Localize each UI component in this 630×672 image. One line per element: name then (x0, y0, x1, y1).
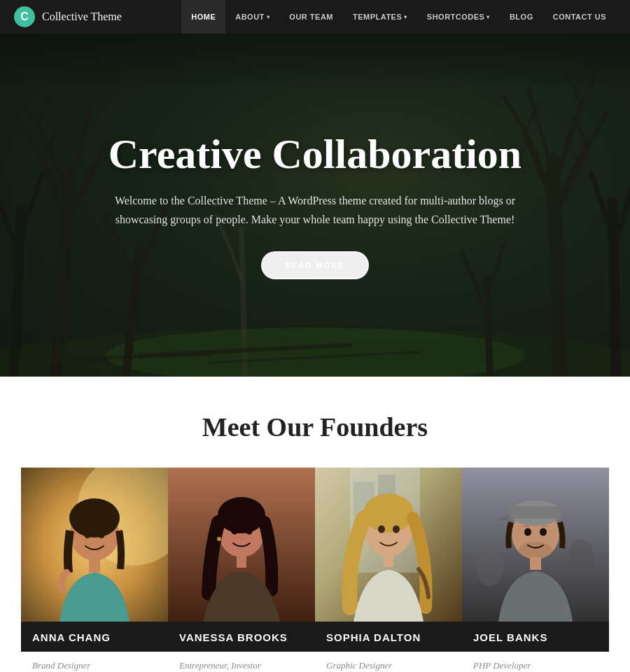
hero-section: Creative Collaboration Welcome to the Co… (0, 34, 630, 377)
svg-point-51 (218, 497, 265, 533)
founder-card-vanessa: VANESSA BROOKS Entrepreneur, Investor Th… (168, 468, 315, 672)
founder-name-bar-anna: ANNA CHANG (21, 622, 168, 652)
founder-info-joel: PHP Developer This is an example excerpt… (462, 652, 609, 672)
founder-photo-joel-image (462, 468, 609, 622)
founder-info-sophia: Graphic Designer This is an example exce… (315, 652, 462, 672)
svg-point-61 (363, 493, 414, 533)
founder-photo-sophia (315, 468, 462, 622)
nav-links: HOME ABOUT ▾ OUR TEAM TEMPLATES ▾ SHORTC… (181, 0, 616, 34)
svg-rect-52 (237, 555, 246, 568)
hero-read-more-button[interactable]: READ MORE (261, 251, 368, 279)
svg-line-10 (14, 97, 38, 125)
founder-name-bar-sophia: SOPHIA DALTON (315, 622, 462, 652)
founder-info-vanessa: Entrepreneur, Investor This is an exampl… (168, 652, 315, 672)
founder-name-bar-vanessa: VANESSA BROOKS (168, 622, 315, 652)
shortcodes-chevron-icon: ▾ (486, 14, 490, 20)
svg-rect-40 (0, 34, 630, 90)
svg-point-54 (246, 527, 253, 535)
nav-item-shortcodes[interactable]: SHORTCODES ▾ (417, 0, 500, 34)
svg-line-11 (38, 90, 52, 125)
svg-point-71 (519, 542, 552, 559)
svg-point-44 (69, 498, 120, 538)
founder-photo-vanessa-image (168, 468, 315, 622)
founder-card-anna: ANNA CHANG Brand Designer This is an exa… (21, 468, 168, 672)
founder-role-anna: Brand Designer (32, 660, 157, 671)
founders-section: Meet Our Founders (0, 377, 630, 672)
founder-photo-joel (462, 468, 609, 622)
nav-item-contact[interactable]: CONTACT US (543, 0, 616, 34)
nav-item-our-team[interactable]: OUR TEAM (279, 0, 343, 34)
about-chevron-icon: ▾ (267, 14, 270, 20)
brand-name: Collective Theme (42, 10, 122, 23)
navbar: C Collective Theme HOME ABOUT ▾ OUR TEAM… (0, 0, 630, 34)
founder-name-sophia: SOPHIA DALTON (326, 631, 451, 643)
founder-card-joel: JOEL BANKS PHP Developer This is an exam… (462, 468, 609, 672)
hero-content: Creative Collaboration Welcome to the Co… (35, 131, 595, 279)
svg-rect-72 (530, 557, 541, 570)
svg-point-67 (568, 539, 594, 578)
svg-point-66 (476, 545, 504, 587)
founders-grid: ANNA CHANG Brand Designer This is an exa… (21, 468, 609, 672)
hero-title: Creative Collaboration (91, 131, 539, 177)
svg-point-53 (231, 527, 238, 535)
svg-rect-70 (510, 506, 561, 519)
founder-info-anna: Brand Designer This is an example excerp… (21, 652, 168, 672)
svg-rect-45 (89, 559, 100, 573)
brand-logo: C (14, 6, 35, 27)
founder-name-bar-joel: JOEL BANKS (462, 622, 609, 652)
svg-line-25 (504, 97, 525, 132)
founder-role-joel: PHP Developer (473, 660, 598, 671)
founder-photo-sophia-image (315, 468, 462, 622)
nav-item-home[interactable]: HOME (181, 0, 225, 34)
svg-point-46 (84, 530, 91, 538)
founder-role-sophia: Graphic Designer (326, 660, 451, 671)
svg-line-29 (612, 202, 616, 377)
founder-photo-anna-image (21, 468, 168, 622)
nav-item-templates[interactable]: TEMPLATES ▾ (343, 0, 417, 34)
founder-photo-vanessa (168, 468, 315, 622)
svg-point-64 (393, 526, 400, 533)
nav-item-about[interactable]: ABOUT ▾ (225, 0, 279, 34)
svg-point-74 (540, 528, 547, 536)
svg-point-73 (524, 528, 531, 536)
founder-name-anna: ANNA CHANG (32, 631, 157, 643)
svg-point-63 (378, 526, 385, 533)
founder-card-sophia: SOPHIA DALTON Graphic Designer This is a… (315, 468, 462, 672)
founder-photo-anna (21, 468, 168, 622)
founder-role-vanessa: Entrepreneur, Investor (179, 660, 304, 671)
svg-point-55 (217, 537, 221, 541)
svg-point-47 (98, 530, 105, 538)
founders-title: Meet Our Founders (21, 412, 609, 442)
svg-rect-62 (384, 554, 393, 567)
nav-brand: C Collective Theme (14, 6, 181, 27)
templates-chevron-icon: ▾ (404, 14, 407, 20)
hero-subtitle: Welcome to the Collective Theme – A Word… (91, 191, 539, 229)
founder-name-joel: JOEL BANKS (473, 631, 598, 643)
founder-name-vanessa: VANESSA BROOKS (179, 631, 304, 643)
nav-item-blog[interactable]: BLOG (500, 0, 543, 34)
